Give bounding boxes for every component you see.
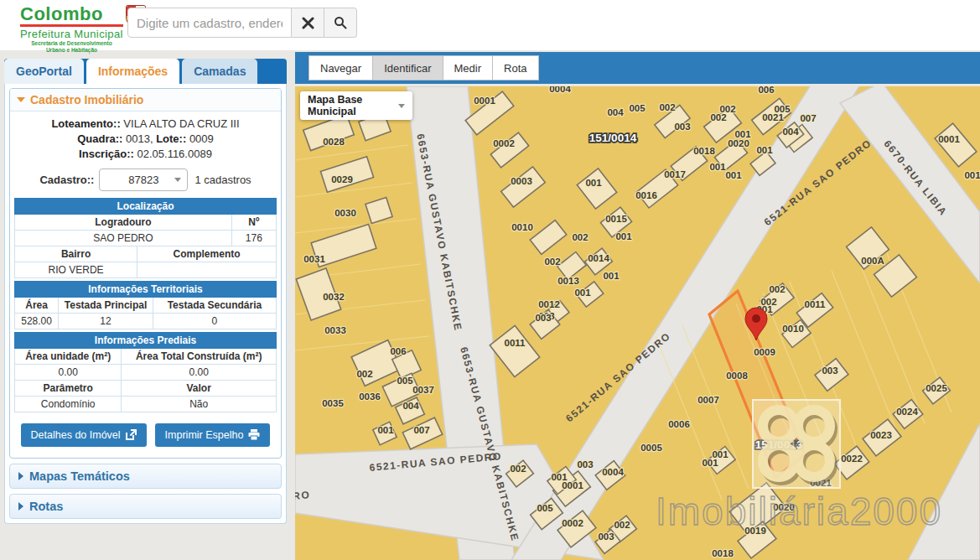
tab-geoportal[interactable]: GeoPortal <box>4 59 84 84</box>
svg-text:0002: 0002 <box>493 138 515 148</box>
map-tool-rota[interactable]: Rota <box>492 55 538 80</box>
svg-text:0024: 0024 <box>896 407 918 417</box>
table-value-cell: 0.00 <box>14 365 122 381</box>
search-icon <box>334 16 347 29</box>
table-section-header: Informações Territoriais <box>14 281 277 298</box>
svg-text:0022: 0022 <box>841 454 863 464</box>
accordion-mapas-tem-ticos[interactable]: Mapas Temáticos <box>9 464 282 489</box>
svg-text:005: 005 <box>397 376 413 386</box>
svg-text:002: 002 <box>710 112 726 122</box>
accordion-label: Mapas Temáticos <box>29 464 130 488</box>
caret-right-icon <box>18 472 23 480</box>
svg-text:002: 002 <box>769 284 785 294</box>
table-header-cell: Área Total Construída (m²) <box>122 349 277 365</box>
svg-text:006: 006 <box>758 86 774 95</box>
table-value-cell: SAO PEDRO <box>14 231 232 246</box>
table-value-cell: Condomínio <box>14 397 122 412</box>
svg-text:003: 003 <box>598 531 614 542</box>
search-input[interactable] <box>127 8 292 38</box>
info-table: LocalizaçãoLogradouroNºSAO PEDRO176Bairr… <box>14 198 277 278</box>
svg-text:0018: 0018 <box>712 548 734 558</box>
svg-text:0030: 0030 <box>334 208 356 218</box>
close-icon <box>302 17 314 29</box>
svg-text:0015: 0015 <box>605 214 627 224</box>
svg-text:003: 003 <box>674 122 690 132</box>
cadastro-count: 1 cadastros <box>194 174 251 186</box>
svg-text:0018: 0018 <box>693 146 715 156</box>
inscricao-value: 02.05.116.0089 <box>137 148 211 160</box>
svg-text:002: 002 <box>614 520 630 530</box>
basemap-selector[interactable]: Mapa Base Municipal <box>300 91 412 120</box>
table-value-cell <box>137 262 277 278</box>
svg-text:001: 001 <box>709 162 726 172</box>
table-row: 0.000.00 <box>14 365 277 381</box>
table-row: RIO VERDE <box>14 262 277 278</box>
svg-text:0010: 0010 <box>782 324 804 334</box>
loteamento-value: VILA ALTO DA CRUZ III <box>123 117 239 130</box>
tab-camadas[interactable]: Camadas <box>182 59 257 84</box>
print-mirror-button[interactable]: Imprimir Espelho <box>155 423 271 447</box>
svg-text:0011: 0011 <box>505 338 526 348</box>
svg-text:0037: 0037 <box>412 385 434 395</box>
info-table: Informações TerritoriaisÁreaTestada Prin… <box>14 281 277 329</box>
map-tool-navegar[interactable]: Navegar <box>309 55 373 80</box>
table-row: 528.00120 <box>14 314 277 329</box>
svg-text:0029: 0029 <box>331 174 353 184</box>
svg-text:004: 004 <box>607 107 624 117</box>
map-canvas: 0028002900300031003200330020036003500600… <box>295 86 980 560</box>
accordion-label: Rotas <box>29 495 63 518</box>
map-tool-buttons: NavegarIdentificarMedirRota <box>309 55 539 80</box>
svg-text:006: 006 <box>390 346 406 356</box>
svg-text:0001: 0001 <box>474 96 495 106</box>
svg-text:0007: 0007 <box>697 395 719 405</box>
svg-text:001: 001 <box>585 178 602 188</box>
cadastro-summary: Loteamento:: VILA ALTO DA CRUZ III Quadr… <box>10 111 281 166</box>
svg-text:002: 002 <box>572 232 588 242</box>
search-group <box>127 8 357 38</box>
map-tool-medir[interactable]: Medir <box>443 55 494 80</box>
table-row: BairroComplemento <box>14 246 277 262</box>
map-viewport[interactable]: Mapa Base Municipal 00280029003000310032… <box>295 86 980 560</box>
svg-text:005: 005 <box>629 103 646 113</box>
table-value-cell: 176 <box>232 231 277 246</box>
svg-text:004: 004 <box>782 127 799 137</box>
svg-text:0011: 0011 <box>805 299 827 309</box>
collapse-caret-icon <box>17 97 25 102</box>
panel-buttons: Detalhes do Imóvel Imprimir Espelho <box>10 415 281 458</box>
svg-text:0025: 0025 <box>926 383 947 393</box>
svg-text:0003: 0003 <box>511 176 532 186</box>
svg-text:0020: 0020 <box>728 138 749 148</box>
cadastro-select-row: Cadastro:: 87823 1 cadastros <box>10 169 281 191</box>
svg-text:0036: 0036 <box>359 391 381 402</box>
svg-text:002: 002 <box>356 369 372 379</box>
clear-search-button[interactable] <box>292 8 324 38</box>
svg-text:001: 001 <box>377 425 394 435</box>
property-details-button[interactable]: Detalhes do Imóvel <box>21 423 147 447</box>
svg-text:0008: 0008 <box>726 371 748 381</box>
accordion-rotas[interactable]: Rotas <box>9 494 282 519</box>
cadastro-panel-header[interactable]: Cadastro Imobiliário <box>10 89 281 111</box>
table-header-cell: Nº <box>232 215 277 231</box>
chevron-down-icon <box>174 178 181 182</box>
svg-text:001: 001 <box>725 170 742 180</box>
search-button[interactable] <box>324 8 357 38</box>
map-toolbar: NavegarIdentificarMedirRota <box>295 52 980 84</box>
info-tables: LocalizaçãoLogradouroNºSAO PEDRO176Bairr… <box>10 198 281 412</box>
cadastro-select[interactable]: 87823 <box>99 169 188 191</box>
svg-text:0009: 0009 <box>754 347 775 357</box>
external-link-icon <box>126 429 137 440</box>
svg-text:0001: 0001 <box>562 480 583 490</box>
table-value-cell: 528.00 <box>14 314 59 329</box>
table-row: ParâmetroValor <box>14 381 277 397</box>
svg-text:003: 003 <box>535 313 551 323</box>
chevron-down-icon <box>398 104 405 108</box>
svg-text:0006: 0006 <box>668 419 690 429</box>
svg-text:002: 002 <box>510 464 526 474</box>
svg-text:001: 001 <box>574 288 591 298</box>
svg-text:001: 001 <box>702 458 718 468</box>
quadra-value: 0013, <box>126 132 153 145</box>
map-tool-identificar[interactable]: Identificar <box>372 55 443 80</box>
tab-informacoes[interactable]: Informações <box>86 59 179 84</box>
svg-text:0023: 0023 <box>870 430 892 440</box>
table-header-cell: Área unidade (m²) <box>14 349 122 365</box>
